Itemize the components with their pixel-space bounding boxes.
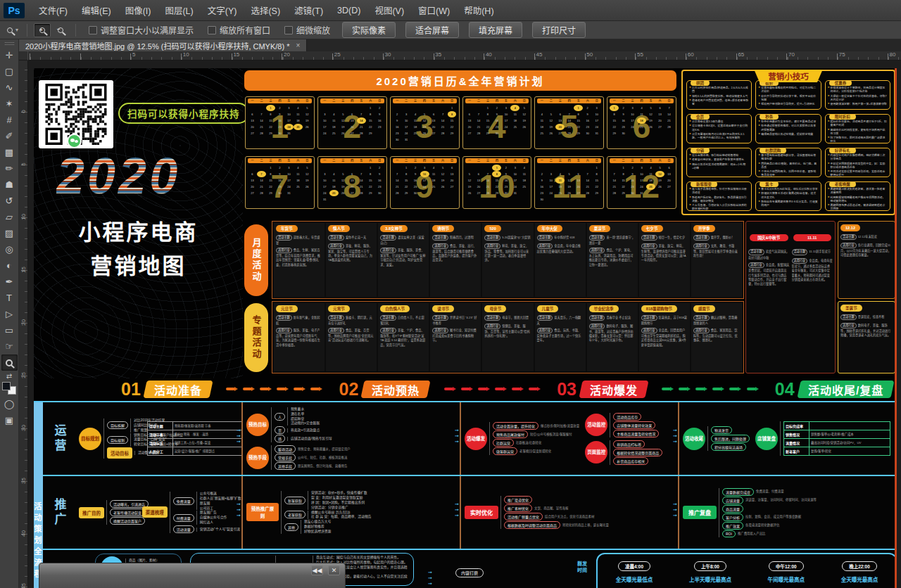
eyedropper-tool[interactable]: ✐ <box>1 128 18 144</box>
options-button-1[interactable]: 适合屏幕 <box>405 22 459 38</box>
options-checkbox-1[interactable]: 缩放所有窗口 <box>208 24 270 36</box>
theme-chip: 活动主题 <box>328 315 344 321</box>
quick-mask-button[interactable]: ◯ <box>1 396 18 412</box>
hand-tool[interactable]: ☞ <box>1 338 18 354</box>
calendar-day: 10 <box>284 171 294 177</box>
menu-list: 文件(F)编辑(E)图像(I)图层(L)文字(Y)选择(S)滤镜(T)3D(D)… <box>32 0 501 20</box>
weekday-label: 三 <box>486 160 489 162</box>
zoom-out-button[interactable]: − <box>52 23 69 37</box>
menu-item-7[interactable]: 3D(D) <box>330 0 367 20</box>
calendar-empty-cell <box>357 105 366 111</box>
mindmap-branch: 提前种草 <box>291 417 320 421</box>
monthly-card-6: 夏凉节活动主题来一场“清凉盛惠节”，清凉一夏适用行业食品、个护、家电、水上玩具、… <box>587 223 638 297</box>
mindmap-children: 朋友圈广告自媒体公众号合作网红达人 <box>196 511 227 525</box>
canvas-area[interactable]: 扫码可以获得小程序扶持 2020 小程序电商 营销地图 2020营销日历&全年营… <box>28 60 901 588</box>
options-checkbox-2[interactable]: 细微缩放 <box>284 24 330 36</box>
clone-stamp-tool[interactable]: ☗ <box>1 177 18 193</box>
calendar-day: 16 <box>619 117 628 124</box>
options-button-3[interactable]: 打印尺寸 <box>532 22 586 38</box>
tip-line: 以大让利拼低价商品/拼途商品，2人/3人/5人成团 <box>689 86 749 94</box>
mindmap-branch: 活动目标活动整体规划 <box>107 447 141 459</box>
calendar-day: 10 <box>637 171 646 177</box>
lasso-tool[interactable]: ∿ <box>1 79 18 96</box>
mindmap-node: 根据数据及时调整活动页面商品 <box>504 521 560 529</box>
menu-item-1[interactable]: 编辑(E) <box>75 0 118 20</box>
swap-colors-icon[interactable]: ⇄ <box>1 371 18 381</box>
type-tool[interactable]: T <box>1 290 18 306</box>
ruler-number: 5 <box>20 160 27 169</box>
dodge-tool[interactable]: ◐ <box>1 257 18 274</box>
color-swatches[interactable] <box>2 382 16 395</box>
mindmap-branch: 公众号推送 <box>200 492 238 496</box>
options-button-2[interactable]: 填充屏幕 <box>469 22 522 38</box>
menu-item-6[interactable]: 滤镜(T) <box>287 0 330 20</box>
panel-collapse-icon[interactable]: ◀◀ <box>311 565 323 575</box>
ruler-number: 45 <box>20 582 27 588</box>
mindmap-node: 根据转化情况调整页面商品 <box>613 449 662 456</box>
menu-item-0[interactable]: 文件(F) <box>32 0 75 20</box>
menu-item-9[interactable]: 窗口(W) <box>411 0 457 20</box>
options-button-0[interactable]: 实际像素 <box>342 22 396 38</box>
menu-item-2[interactable]: 图像(I) <box>118 0 158 20</box>
menu-item-5[interactable]: 选择(S) <box>244 0 287 20</box>
phase-label: 活动收尾/复盘 <box>808 381 883 397</box>
mindmap-branch: 流量目标：口碑“裂变” <box>134 437 141 442</box>
marquee-tool[interactable]: ▢ <box>1 63 18 79</box>
path-selection-tool[interactable]: ▷ <box>1 306 18 322</box>
zoom-tool[interactable] <box>1 354 18 371</box>
vertical-ruler[interactable]: 051015202530354045 <box>19 60 28 588</box>
pen-tool[interactable]: ✒ <box>1 274 18 290</box>
tool-preset-picker[interactable]: ▾ <box>4 25 21 34</box>
calendar-day: 20 <box>474 184 483 190</box>
panel-close-icon[interactable]: ✕ <box>328 565 340 575</box>
brush-tool[interactable]: ✏ <box>1 160 18 177</box>
node-description: 推广费用投入产出比 <box>738 532 766 535</box>
monthly-card-4: 520活动主题5.20因爱放“价”大促销适用行业鲜花、美妆、珠宝、饰品、零食等，… <box>482 223 533 297</box>
menu-item-8[interactable]: 视图(V) <box>367 0 411 20</box>
flow-arrows-icon: ➞➞➞ <box>455 428 459 445</box>
mindmap-branch: 朋友圈 <box>200 501 238 506</box>
calendar-day: 29 <box>366 190 375 196</box>
options-checkbox-0[interactable]: 调整窗口大小以满屏显示 <box>89 24 194 36</box>
rectangle-tool[interactable]: ▭ <box>1 322 18 338</box>
tab-close-icon[interactable]: × <box>296 41 300 49</box>
crop-tool[interactable]: # <box>1 112 18 128</box>
magic-wand-tool[interactable]: ✶ <box>1 96 18 112</box>
healing-brush-tool[interactable]: ▩ <box>1 144 18 160</box>
theme-chip: 活动主题 <box>589 235 605 241</box>
foreground-color[interactable] <box>2 382 11 390</box>
zoom-in-button[interactable]: + <box>34 23 51 37</box>
gradient-tool[interactable]: ▨ <box>1 225 18 241</box>
weekday-label: 二 <box>332 160 335 162</box>
document-tab[interactable]: 2020小程序电商营销地图.jpg @ 12.5% (扫码可以获得小程序扶持, … <box>19 39 307 51</box>
calendar-weekday-header: 一二三四五六日 <box>537 98 601 103</box>
horizontal-ruler[interactable]: 5101520253035404550556065707580 <box>19 51 901 60</box>
mindmap-cell-r0c3: 活动收尾物流发货售后跟进，问题处理积分高级玩法返场店铺复盘目标完成率销售情况销售… <box>679 402 897 475</box>
menu-item-4[interactable]: 文字(Y) <box>201 0 244 20</box>
flow-arrows-icon: ➞➞➞ <box>237 428 241 445</box>
schedule-note: 午间曝光最高点 <box>768 575 805 583</box>
menu-item-10[interactable]: 帮助(H) <box>457 0 500 20</box>
eraser-tool[interactable]: ▱ <box>1 209 18 225</box>
blur-tool[interactable]: ◎ <box>1 241 18 257</box>
menu-item-3[interactable]: 图层(L) <box>158 0 200 20</box>
weekday-label: 四 <box>351 160 353 162</box>
calendar-day: 14 <box>483 177 492 184</box>
calendar-day: 23 <box>501 184 510 190</box>
calendar-day: 19 <box>546 124 555 130</box>
mindmap-node: 唤醒公众号粉丝 历久/回访 <box>311 511 350 515</box>
history-brush-tool[interactable]: ↺ <box>1 193 18 209</box>
calendar-day: 12 <box>439 171 448 177</box>
calendar-empty-cell <box>439 105 448 111</box>
mindmap-branch: 人预售蓄水潜在名单提前种草活动预约+定金膨胀 <box>275 407 332 426</box>
screen-mode-button[interactable]: ▣ <box>1 412 18 428</box>
floating-panel[interactable]: ◀◀ ✕ <box>39 563 346 588</box>
weekday-label: 六 <box>658 100 661 103</box>
phase-header-row: 01活动准备02活动预热03活动爆发04活动收尾/复盘 <box>117 378 893 400</box>
calendar-day: 24 <box>628 124 637 130</box>
mindmap-node: 社群人员“朋友圈+私聊”扩散，限定话术 <box>200 497 243 501</box>
tip-line: 老客自己带好友，更容易产生裂变传播增长 <box>689 158 749 161</box>
toolbar-grip[interactable] <box>5 42 14 45</box>
calendar-empty-cell <box>348 105 357 111</box>
move-tool[interactable]: ✛ <box>1 47 18 63</box>
